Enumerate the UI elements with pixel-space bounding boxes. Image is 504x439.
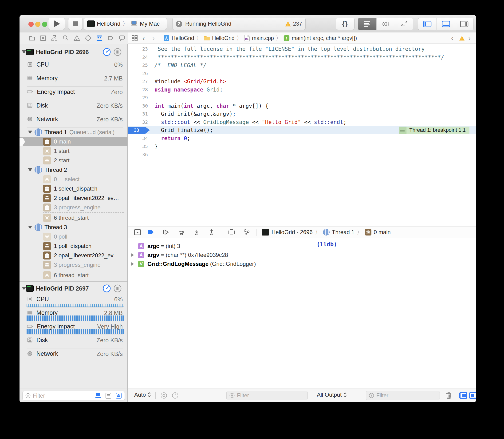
metric-row-memory[interactable]: Memory2.8 MB (20, 307, 128, 321)
metric-row-network[interactable]: NetworkZero KB/s (20, 114, 128, 128)
thread-columns-button[interactable] (113, 284, 122, 293)
stack-frame-row[interactable]: 6 thread_start (20, 213, 128, 222)
variable-row[interactable]: Aargv = (char **) 0x7ffee9039c28 (128, 251, 313, 259)
step-out-icon[interactable] (208, 229, 215, 236)
project-navigator-icon[interactable] (28, 35, 35, 42)
symbol-navigator-icon[interactable] (51, 35, 58, 42)
toggle-variables-pane-icon[interactable] (459, 392, 468, 399)
code-line[interactable]: 28using namespace Grid; (128, 86, 476, 94)
run-button[interactable] (48, 18, 65, 30)
code-line[interactable]: 34 return 0; (128, 134, 476, 143)
code-snippets-button[interactable]: {} (336, 18, 354, 30)
thread-row[interactable]: Thread 1Queue:...d (serial) (20, 128, 128, 137)
stack-frame-row[interactable]: 0 poll (20, 232, 128, 241)
metric-row-disk[interactable]: DiskZero KB/s (20, 335, 128, 348)
assistant-editor-button[interactable] (376, 18, 395, 30)
show-threads-icon[interactable] (105, 392, 112, 399)
stack-frame-row[interactable]: 2 opal_libevent2022_ev… (20, 193, 128, 203)
stop-button[interactable] (68, 18, 83, 30)
toggle-inspector-button[interactable] (455, 18, 473, 30)
stack-frame-row[interactable]: 3 progress_engine (20, 260, 128, 270)
test-navigator-icon[interactable] (85, 35, 92, 42)
previous-issue-button[interactable]: ‹ (451, 33, 454, 44)
quicklook-icon[interactable] (160, 392, 168, 399)
standard-editor-button[interactable] (358, 18, 376, 30)
breakpoint-indicator[interactable]: 33 (128, 127, 150, 134)
thread-columns-button[interactable] (113, 48, 122, 56)
warning-icon[interactable] (285, 21, 291, 27)
code-line[interactable]: 33 Grid_finalize();Thread 1: breakpoint … (128, 126, 476, 134)
metric-row-cpu[interactable]: CPU0% (20, 59, 128, 73)
code-line[interactable]: 31 Grid_init(&argc,&argv); (128, 110, 476, 118)
metric-row-energy-impact[interactable]: Energy ImpactVery High (20, 321, 128, 335)
metric-row-cpu[interactable]: CPU6% (20, 294, 128, 307)
stack-frame-row[interactable]: 1 start (20, 146, 128, 156)
code-line[interactable]: 30int main(int argc, char * argv[]) { (128, 102, 476, 110)
variables-filter-field[interactable]: Filter (226, 391, 308, 400)
code-line[interactable]: 23 See the full license in the file "LIC… (128, 45, 476, 53)
code-line[interactable]: 36 (128, 151, 476, 159)
next-issue-button[interactable]: › (468, 33, 471, 44)
show-stack-depth-icon[interactable] (115, 392, 122, 399)
issue-warning-icon[interactable] (459, 33, 465, 44)
code-line[interactable]: 24 *************************************… (128, 53, 476, 61)
stack-frame-row[interactable]: 1 poll_dispatch (20, 241, 128, 251)
continue-icon[interactable] (162, 229, 170, 236)
code-line[interactable]: 29 (128, 94, 476, 102)
metric-row-energy-impact[interactable]: Energy ImpactZero (20, 86, 128, 100)
toggle-navigator-button[interactable] (418, 18, 436, 30)
stack-frame-row[interactable]: 3 progress_engine (20, 203, 128, 212)
show-running-issues-icon[interactable] (94, 392, 102, 399)
process-row[interactable]: HelloGridPID 2696 (20, 47, 128, 57)
go-forward-button[interactable]: › (152, 33, 155, 44)
thread-row[interactable]: Thread 2 (20, 165, 128, 175)
metric-row-disk[interactable]: DiskZero KB/s (20, 100, 128, 114)
hide-debug-area-icon[interactable] (134, 229, 141, 236)
breakpoint-annotation[interactable]: Thread 1: breakpoint 1.1 (399, 127, 469, 134)
close-window-button[interactable] (28, 22, 34, 27)
code-line[interactable]: 25/* END LEGAL */ (128, 61, 476, 69)
variables-scope-popup[interactable]: Auto (134, 391, 151, 398)
stack-frame-row[interactable]: 0 __select (20, 175, 128, 184)
related-items-icon[interactable] (131, 33, 138, 44)
jumpbar-crumb-project[interactable]: HelloGrid 〉 HelloGrid 〉 C++ main.cpp 〉 f… (163, 33, 357, 44)
trash-icon[interactable] (445, 391, 453, 400)
console-view[interactable]: (lldb) (313, 238, 476, 388)
warning-count[interactable]: 237 (293, 21, 302, 27)
step-into-icon[interactable] (193, 229, 200, 236)
find-navigator-icon[interactable] (62, 35, 69, 42)
stack-frame-row[interactable]: 2 start (20, 156, 128, 165)
console-output-popup[interactable]: All Output (317, 391, 347, 398)
stack-frame-row[interactable]: 6 thread_start (20, 270, 128, 280)
debug-breadcrumb[interactable]: HelloGrid - 2696 〉 Thread 1 〉 0 main (262, 227, 391, 238)
step-over-icon[interactable] (177, 229, 186, 236)
code-line[interactable]: 35} (128, 142, 476, 151)
scheme-selector[interactable]: HelloGrid 〉 My Mac (84, 18, 167, 30)
report-navigator-icon[interactable] (118, 35, 126, 42)
variable-row[interactable]: VGrid::GridLogMessage (Grid::GridLogger) (128, 259, 313, 268)
go-back-button[interactable]: ‹ (142, 33, 145, 44)
navigator-filter-field[interactable]: Filter (22, 391, 125, 401)
code-line[interactable]: 32 std::cout << GridLogMessage << "Hello… (128, 118, 476, 126)
variables-view[interactable]: Aargc = (int) 3Aargv = (char **) 0x7ffee… (128, 238, 313, 388)
view-hierarchy-icon[interactable] (228, 229, 235, 236)
info-icon[interactable] (171, 392, 179, 399)
zoom-window-button[interactable] (42, 22, 47, 27)
stack-frame-row[interactable]: 2 opal_libevent2022_ev… (20, 251, 128, 260)
minimize-window-button[interactable] (35, 22, 40, 27)
code-line[interactable]: 27#include <Grid/Grid.h> (128, 77, 476, 86)
console-filter-field[interactable]: Filter (366, 391, 440, 400)
issue-navigator-icon[interactable] (73, 35, 80, 42)
stack-frame-row[interactable]: 1 select_dispatch (20, 184, 128, 193)
source-control-navigator-icon[interactable] (39, 35, 47, 42)
breakpoints-toggle-icon[interactable] (147, 229, 154, 236)
code-line[interactable]: 26 (128, 69, 476, 78)
stack-frame-row[interactable]: 0 main (20, 137, 128, 146)
memory-graph-icon[interactable] (243, 229, 250, 236)
metric-row-memory[interactable]: Memory2.7 MB (20, 73, 128, 86)
toggle-debug-area-button[interactable] (436, 18, 455, 30)
variable-row[interactable]: Aargc = (int) 3 (128, 242, 313, 251)
process-row[interactable]: HelloGridPID 2697 (20, 283, 128, 294)
gauge-button[interactable] (102, 48, 111, 56)
gauge-button[interactable] (102, 284, 111, 293)
